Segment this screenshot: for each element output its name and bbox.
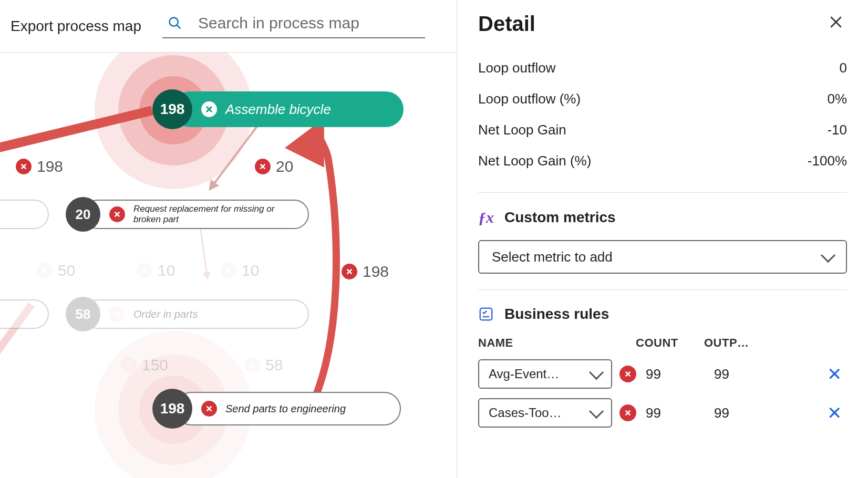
close-icon	[829, 15, 843, 29]
chevron-down-icon	[589, 404, 604, 419]
edge-label-58: 58	[244, 356, 283, 374]
rule-output: 99	[714, 366, 822, 382]
activity-request-replacement[interactable]: 20 Request replacement for missing or br…	[66, 197, 309, 232]
activity-order-parts[interactable]: 58 Order in parts	[66, 297, 309, 331]
remove-rule-button[interactable]	[619, 366, 636, 382]
export-process-map-link[interactable]: Export process map	[11, 18, 141, 35]
close-circle-icon	[201, 401, 217, 417]
rule-count: 99	[646, 366, 714, 382]
activity-parts-partial[interactable]: arts	[0, 197, 49, 232]
table-row: Cases-Too… 99 99 ✕	[478, 398, 847, 428]
close-circle-icon	[201, 101, 217, 117]
metric-row: Net Loop Gain -10	[478, 115, 847, 146]
close-circle-icon	[37, 263, 53, 278]
column-header-name: NAME	[478, 336, 636, 350]
rule-name: Cases-Too…	[489, 406, 562, 420]
delete-row-button[interactable]: ✕	[822, 363, 847, 385]
metric-value: -100%	[808, 153, 847, 169]
activity-count-badge: 198	[152, 389, 192, 429]
business-rules-section-header: Business rules	[478, 306, 847, 323]
activity-label: Send parts to engineering	[225, 403, 346, 415]
table-row: Avg-Event… 99 99 ✕	[478, 359, 847, 389]
rule-name: Avg-Event…	[489, 367, 559, 381]
process-map-canvas[interactable]: 198 Assemble bicycle 20 Request replacem…	[0, 53, 457, 478]
checklist-icon	[478, 306, 494, 322]
column-header-count: COUNT	[636, 336, 704, 350]
metric-label: Loop outflow	[478, 60, 555, 76]
metric-row: Loop outflow 0	[478, 53, 847, 84]
custom-metric-select[interactable]: Select metric to add	[478, 240, 847, 274]
activity-count-badge: 198	[152, 89, 192, 129]
rule-output: 99	[714, 405, 822, 421]
chevron-down-icon	[821, 248, 835, 263]
section-title: Custom metrics	[504, 209, 616, 226]
delete-row-button[interactable]: ✕	[822, 402, 847, 423]
edge-label-198a: 198	[16, 158, 63, 175]
fx-icon: ƒx	[478, 209, 494, 226]
edge-label-150: 150	[121, 356, 168, 374]
search-icon	[168, 16, 182, 30]
edge-label-10b: 10	[221, 262, 259, 279]
activity-count-badge: 58	[66, 297, 100, 331]
close-circle-icon	[16, 159, 32, 174]
rule-select[interactable]: Cases-Too…	[478, 398, 612, 428]
close-circle-icon	[109, 206, 125, 222]
edge-label-50: 50	[37, 262, 75, 279]
column-header-output: OUTP…	[704, 336, 847, 350]
select-placeholder: Select metric to add	[492, 249, 613, 265]
rule-count: 99	[646, 405, 714, 421]
svg-line-1	[177, 25, 180, 28]
activity-assemble-bicycle[interactable]: 198 Assemble bicycle	[152, 89, 404, 129]
close-circle-icon	[255, 159, 271, 174]
section-title: Business rules	[504, 306, 609, 323]
close-circle-icon	[244, 357, 260, 373]
activity-count-badge: 20	[66, 197, 100, 232]
close-circle-icon	[221, 263, 236, 278]
search-input[interactable]	[198, 14, 425, 32]
rule-select[interactable]: Avg-Event…	[478, 359, 612, 389]
activity-tory-partial[interactable]: tory	[0, 297, 49, 331]
metric-value: 0%	[827, 91, 847, 107]
metric-label: Loop outflow (%)	[478, 91, 581, 107]
close-circle-icon	[137, 263, 152, 278]
edge-label-10a: 10	[137, 262, 175, 279]
close-circle-icon	[109, 306, 125, 322]
metric-row: Loop outflow (%) 0%	[478, 84, 847, 115]
metric-row: Net Loop Gain (%) -100%	[478, 146, 847, 176]
svg-point-0	[170, 17, 178, 26]
close-panel-button[interactable]	[825, 11, 847, 37]
close-circle-icon	[121, 357, 137, 373]
metric-value: 0	[840, 60, 847, 76]
close-circle-icon	[342, 264, 357, 279]
svg-rect-28	[480, 308, 492, 320]
activity-label: Request replacement for missing or broke…	[133, 204, 287, 225]
edge-label-198b: 198	[342, 263, 389, 280]
chevron-down-icon	[589, 365, 604, 380]
metric-label: Net Loop Gain (%)	[478, 153, 591, 169]
activity-label: Order in parts	[133, 308, 198, 320]
business-rules-table: NAME COUNT OUTP… Avg-Event… 99 99 ✕ Case…	[478, 336, 847, 428]
detail-panel: Detail Loop outflow 0 Loop outflow (%) 0…	[457, 0, 868, 478]
remove-rule-button[interactable]	[619, 404, 636, 421]
custom-metrics-section-header: ƒx Custom metrics	[478, 209, 847, 226]
activity-send-parts[interactable]: 198 Send parts to engineering	[152, 389, 401, 429]
activity-label: Assemble bicycle	[225, 101, 331, 118]
panel-title: Detail	[478, 12, 535, 36]
edge-label-20: 20	[255, 158, 293, 175]
metric-label: Net Loop Gain	[478, 122, 566, 138]
metric-value: -10	[827, 122, 847, 138]
search-field[interactable]	[162, 14, 425, 38]
